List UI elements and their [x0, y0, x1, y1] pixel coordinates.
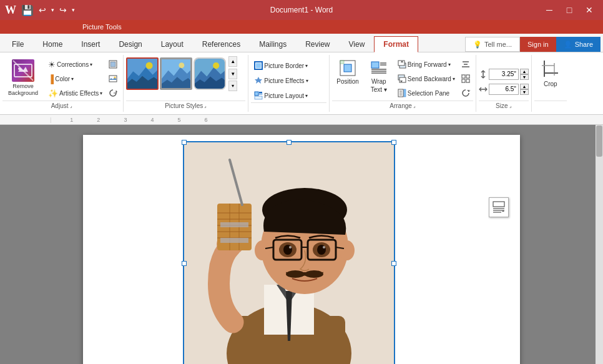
reset-picture-button[interactable]	[107, 86, 120, 100]
picture-effects-icon	[254, 76, 263, 85]
document-image	[183, 141, 395, 364]
svg-rect-38	[404, 89, 406, 97]
tab-design[interactable]: Design	[109, 36, 151, 52]
picture-style-thumb-3[interactable]	[194, 57, 226, 90]
bring-forward-arrow: ▾	[448, 62, 451, 67]
height-input[interactable]	[489, 69, 519, 80]
svg-rect-20	[255, 96, 262, 99]
position-button[interactable]: Position	[332, 56, 363, 88]
svg-rect-46	[461, 74, 470, 83]
arrange-small-buttons: Bring Forward ▾ Send Backward ▾	[395, 57, 458, 100]
width-down-button[interactable]: ▼	[520, 89, 529, 95]
selection-pane-button[interactable]: Selection Pane	[395, 86, 458, 100]
tab-format[interactable]: Format	[374, 36, 418, 52]
document-image-container[interactable]	[183, 141, 395, 364]
corrections-button[interactable]: ☀ Corrections ▾	[45, 57, 105, 71]
adjust-icon-buttons	[107, 57, 120, 100]
height-down-button[interactable]: ▼	[520, 74, 529, 80]
svg-rect-44	[462, 79, 465, 82]
tab-layout[interactable]: Layout	[152, 36, 193, 52]
corrections-icon: ☀	[48, 60, 56, 69]
document-area	[0, 125, 603, 364]
crop-content: Crop	[534, 56, 567, 101]
picture-styles-content: ▲ ▼ ▾	[126, 56, 245, 101]
picture-style-thumb-2[interactable]	[160, 57, 192, 90]
tab-references[interactable]: References	[193, 36, 250, 52]
height-spinner: ▲ ▼	[479, 69, 529, 80]
color-button[interactable]: ▐ Color ▾	[45, 72, 105, 86]
tab-home[interactable]: Home	[33, 36, 72, 52]
arrange-label: Arrange ⌟	[332, 101, 473, 111]
minimize-button[interactable]: ─	[541, 1, 558, 19]
width-spinner: ▲ ▼	[479, 84, 529, 95]
picture-border-button[interactable]: Picture Border ▾	[251, 59, 311, 72]
svg-point-7	[114, 77, 116, 79]
image-layout-button[interactable]	[489, 197, 509, 217]
picture-border-group: Picture Border ▾ Picture Effects ▾	[248, 55, 330, 112]
gallery-more-arrow[interactable]: ▾	[228, 81, 237, 91]
svg-point-9	[146, 62, 153, 69]
redo-button[interactable]: ↪	[59, 5, 67, 15]
remove-background-button[interactable]: RemoveBackground	[2, 56, 44, 100]
picture-layout-icon	[254, 91, 263, 100]
width-input[interactable]	[489, 84, 519, 95]
tab-insert[interactable]: Insert	[72, 36, 109, 52]
horizontal-ruler: | 1 2 3 4 5 6	[0, 115, 603, 125]
tab-review[interactable]: Review	[296, 36, 339, 52]
close-button[interactable]: ✕	[581, 1, 598, 19]
size-expand-icon[interactable]: ⌟	[509, 103, 512, 109]
artistic-effects-button[interactable]: ✨ Artistic Effects ▾	[45, 86, 105, 100]
crop-button[interactable]: Crop	[536, 56, 565, 91]
align-button[interactable]	[459, 57, 473, 71]
width-up-button[interactable]: ▲	[520, 84, 529, 89]
crop-label: Crop	[544, 81, 557, 87]
bring-forward-button[interactable]: Bring Forward ▾	[395, 57, 458, 71]
tell-me-input[interactable]: 💡 Tell me...	[465, 37, 520, 52]
adjust-expand-icon[interactable]: ⌟	[70, 103, 72, 109]
picture-style-thumb-1[interactable]	[126, 57, 159, 90]
crop-group: Crop	[532, 55, 569, 112]
wrap-text-label2: Text ▾	[371, 86, 387, 93]
share-button[interactable]: 👤 Share	[556, 37, 601, 52]
arrange-expand-icon[interactable]: ⌟	[413, 103, 416, 109]
selection-pane-icon	[398, 89, 406, 97]
picture-styles-gallery: ▲ ▼ ▾	[126, 56, 237, 91]
remove-bg-icon	[12, 59, 34, 82]
picture-styles-label: Picture Styles ⌟	[126, 101, 245, 111]
tab-file[interactable]: File	[2, 36, 33, 52]
gallery-down-arrow[interactable]: ▼	[228, 69, 237, 79]
align-icon	[461, 60, 470, 69]
rotate-button[interactable]	[459, 86, 473, 100]
adjust-small-buttons: ☀ Corrections ▾ ▐ Color ▾ ✨ Artistic Eff…	[45, 57, 105, 100]
change-picture-button[interactable]	[107, 72, 120, 86]
tab-view[interactable]: View	[340, 36, 375, 52]
compress-pictures-button[interactable]	[107, 57, 120, 71]
send-backward-button[interactable]: Send Backward ▾	[395, 72, 458, 86]
svg-marker-16	[255, 77, 262, 84]
qat-more[interactable]: ▾	[72, 7, 75, 13]
svg-rect-24	[371, 62, 379, 68]
wrap-text-button[interactable]: Wrap Text ▾	[365, 56, 393, 96]
picture-styles-expand-icon[interactable]: ⌟	[204, 103, 207, 109]
tab-mailings[interactable]: Mailings	[250, 36, 296, 52]
restore-button[interactable]: □	[561, 1, 578, 19]
height-up-button[interactable]: ▲	[520, 69, 529, 74]
undo-button[interactable]: ↩	[39, 5, 46, 15]
group-button[interactable]	[459, 72, 473, 86]
wrap-text-icon	[370, 59, 388, 77]
picture-layout-button[interactable]: Picture Layout ▾	[251, 89, 311, 102]
picture-tools-label: Picture Tools	[75, 22, 129, 32]
color-icon: ▐	[48, 74, 54, 84]
svg-point-13	[213, 62, 219, 69]
size-label: Size ⌟	[479, 101, 529, 111]
scrollbar-thumb[interactable]	[596, 125, 602, 157]
sign-in-button[interactable]: Sign in	[520, 37, 556, 52]
gallery-up-arrow[interactable]: ▲	[228, 56, 237, 67]
adjust-label: Adjust ⌟	[2, 101, 120, 111]
undo-dropdown[interactable]: ▾	[51, 7, 54, 13]
title-bar-left: W 💾 ↩ ▾ ↪ ▾	[5, 4, 75, 17]
vertical-scrollbar[interactable]	[596, 125, 603, 364]
picture-layout-arrow: ▾	[305, 93, 308, 99]
picture-effects-button[interactable]: Picture Effects ▾	[251, 74, 311, 87]
save-button[interactable]: 💾	[21, 4, 34, 16]
